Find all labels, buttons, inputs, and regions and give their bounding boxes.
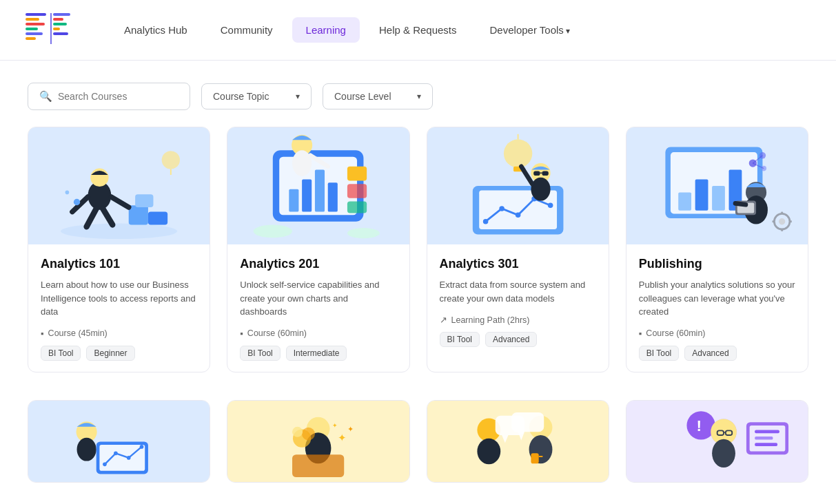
svg-rect-9 bbox=[53, 23, 67, 25]
svg-line-19 bbox=[111, 197, 128, 207]
course-level-dropdown[interactable]: Course Level ▾ bbox=[323, 83, 433, 109]
svg-point-90 bbox=[302, 428, 315, 441]
nav-community[interactable]: Community bbox=[207, 17, 287, 43]
svg-rect-31 bbox=[328, 182, 338, 211]
svg-point-49 bbox=[547, 202, 553, 208]
course-grid: Analytics 101 Learn about how to use our… bbox=[0, 127, 836, 400]
svg-point-24 bbox=[74, 199, 80, 205]
course-topic-label: Course Topic bbox=[213, 91, 269, 102]
svg-point-22 bbox=[162, 151, 180, 169]
nav-learning[interactable]: Learning bbox=[292, 17, 360, 43]
svg-text:✦: ✦ bbox=[333, 421, 338, 429]
card-desc: Extract data from source system and crea… bbox=[440, 278, 596, 305]
svg-text:✦: ✦ bbox=[347, 425, 354, 433]
svg-rect-0 bbox=[26, 13, 46, 16]
svg-rect-115 bbox=[755, 430, 779, 434]
svg-point-85 bbox=[140, 445, 144, 449]
tag-bi-tool: BI Tool bbox=[240, 346, 280, 361]
svg-marker-100 bbox=[502, 435, 508, 443]
svg-marker-102 bbox=[518, 432, 524, 440]
partial-card-image-4: ! bbox=[626, 401, 808, 483]
svg-rect-52 bbox=[542, 171, 548, 176]
chevron-down-icon: ▾ bbox=[296, 92, 300, 101]
search-input[interactable] bbox=[58, 91, 179, 102]
svg-text:!: ! bbox=[696, 417, 702, 434]
course-icon: ▪ bbox=[639, 328, 642, 339]
search-icon: 🔍 bbox=[39, 90, 52, 103]
svg-rect-88 bbox=[292, 454, 344, 477]
card-meta: ▪ Course (60min) bbox=[240, 328, 396, 339]
card-body-analytics-201: Analytics 201 Unlock self-service capabi… bbox=[227, 244, 409, 372]
course-topic-dropdown[interactable]: Course Topic ▾ bbox=[201, 83, 312, 109]
partial-card-3[interactable] bbox=[427, 400, 609, 483]
chevron-down-icon: ▾ bbox=[417, 92, 421, 101]
nav-analytics-hub[interactable]: Analytics Hub bbox=[110, 17, 201, 43]
svg-rect-29 bbox=[302, 180, 312, 212]
nav-help[interactable]: Help & Requests bbox=[365, 17, 471, 43]
svg-rect-13 bbox=[129, 205, 148, 224]
svg-line-20 bbox=[87, 209, 96, 227]
svg-line-55 bbox=[521, 167, 532, 184]
tag-level: Advanced bbox=[485, 332, 537, 347]
card-meta: ▪ Course (45min) bbox=[41, 328, 197, 339]
nav-developer-tools[interactable]: Developer Tools bbox=[476, 17, 584, 43]
svg-rect-7 bbox=[53, 13, 70, 16]
tag-level: Intermediate bbox=[286, 346, 347, 361]
card-desc: Publish your analytics solutions so your… bbox=[639, 278, 795, 319]
course-level-label: Course Level bbox=[334, 91, 391, 102]
logo bbox=[22, 10, 77, 51]
svg-rect-3 bbox=[26, 28, 38, 30]
partial-card-4[interactable]: ! bbox=[626, 400, 808, 483]
svg-rect-58 bbox=[678, 192, 691, 210]
svg-rect-2 bbox=[26, 23, 45, 25]
card-tags: BI Tool Advanced bbox=[639, 346, 795, 361]
svg-rect-14 bbox=[148, 212, 167, 225]
svg-point-96 bbox=[477, 439, 500, 465]
card-title: Analytics 101 bbox=[41, 257, 197, 271]
course-card-publishing[interactable]: Publishing Publish your analytics soluti… bbox=[626, 127, 808, 372]
card-tags: BI Tool Intermediate bbox=[240, 346, 396, 361]
svg-rect-116 bbox=[755, 437, 773, 440]
svg-point-83 bbox=[114, 452, 118, 456]
partial-card-image-2: ✦ ✦ ✦ bbox=[227, 401, 409, 483]
tag-level: Beginner bbox=[86, 346, 134, 361]
svg-rect-15 bbox=[135, 194, 153, 207]
partial-card-2[interactable]: ✦ ✦ ✦ bbox=[227, 400, 409, 483]
course-card-analytics-101[interactable]: Analytics 101 Learn about how to use our… bbox=[28, 127, 210, 372]
filters-bar: 🔍 Course Topic ▾ Course Level ▾ bbox=[0, 61, 836, 127]
card-body-analytics-301: Analytics 301 Extract data from source s… bbox=[427, 244, 609, 358]
svg-rect-1 bbox=[26, 18, 39, 21]
svg-point-109 bbox=[712, 439, 735, 468]
course-card-analytics-201[interactable]: Analytics 201 Unlock self-service capabi… bbox=[227, 127, 409, 372]
partial-card-image-3 bbox=[427, 401, 609, 483]
card-body-publishing: Publishing Publish your analytics soluti… bbox=[626, 244, 808, 372]
svg-rect-8 bbox=[53, 18, 63, 21]
partial-card-1[interactable] bbox=[28, 400, 210, 483]
svg-rect-33 bbox=[347, 184, 367, 198]
svg-point-54 bbox=[531, 178, 550, 201]
card-title: Publishing bbox=[639, 257, 795, 271]
card-image-analytics-301 bbox=[427, 127, 609, 244]
card-duration: Course (60min) bbox=[646, 328, 705, 338]
card-duration: Learning Path (2hrs) bbox=[451, 315, 530, 325]
svg-rect-32 bbox=[347, 167, 367, 181]
partial-cards-row: ✦ ✦ ✦ bbox=[0, 400, 836, 483]
svg-line-71 bbox=[735, 203, 746, 204]
course-icon: ▪ bbox=[41, 328, 44, 339]
svg-rect-30 bbox=[315, 169, 325, 211]
card-image-publishing bbox=[626, 127, 808, 244]
card-image-analytics-101 bbox=[28, 127, 210, 244]
svg-point-38 bbox=[254, 224, 292, 238]
course-card-analytics-301[interactable]: Analytics 301 Extract data from source s… bbox=[427, 127, 609, 372]
card-meta: ↗ Learning Path (2hrs) bbox=[440, 315, 596, 325]
svg-rect-51 bbox=[533, 171, 540, 176]
card-title: Analytics 301 bbox=[440, 257, 596, 271]
card-meta: ▪ Course (60min) bbox=[639, 328, 795, 339]
search-box[interactable]: 🔍 bbox=[28, 83, 190, 110]
card-body-analytics-101: Analytics 101 Learn about how to use our… bbox=[28, 244, 210, 372]
svg-rect-103 bbox=[531, 453, 538, 463]
path-icon: ↗ bbox=[440, 315, 447, 325]
card-desc: Unlock self-service capabilities and cre… bbox=[240, 278, 396, 319]
tag-level: Advanced bbox=[684, 346, 736, 361]
svg-rect-11 bbox=[53, 32, 68, 35]
